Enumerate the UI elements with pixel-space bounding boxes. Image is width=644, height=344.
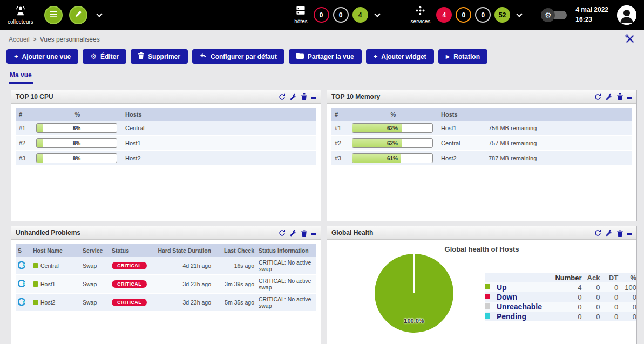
services-warning-counter[interactable]: 0 (456, 7, 471, 23)
host-name[interactable]: Central (40, 262, 59, 269)
hosts-chevron-down-icon[interactable] (374, 11, 380, 17)
hosts-up-counter[interactable]: 4 (352, 7, 368, 23)
wrench-icon[interactable] (290, 93, 297, 100)
share-view-button[interactable]: Partager la vue (289, 49, 362, 64)
centreon-logo-icon (18, 282, 25, 288)
services-unknown-counter[interactable]: 0 (475, 7, 491, 23)
memory-table: # % Hosts #1 62% Host1 756 MB remaining … (331, 108, 632, 166)
list-icon (49, 11, 57, 19)
legend-row: Pending 0 0 0 0 (485, 312, 636, 321)
breadcrumb-separator: > (33, 36, 37, 43)
views-tab-bar: Ma vue (0, 69, 644, 84)
status-badge: CRITICAL (112, 299, 147, 306)
widget-title: TOP 10 CPU (16, 93, 53, 100)
table-row: #2 8% Host1 (16, 136, 316, 151)
host-name[interactable]: Host1 (40, 281, 55, 287)
widget-title: Global Health (331, 229, 373, 237)
chart-title: Global health of Hosts (331, 245, 632, 253)
widget-top10-memory: TOP 10 Memory # % Hosts #1 62% (327, 90, 637, 221)
undo-arrow-icon (200, 53, 207, 60)
minimize-icon[interactable] (311, 95, 316, 99)
hosts-unreachable-counter[interactable]: 0 (333, 7, 349, 23)
minimize-icon[interactable] (311, 231, 316, 235)
delete-view-button[interactable]: Supprimer (131, 49, 188, 64)
host-name[interactable]: Host2 (122, 151, 316, 166)
trash-icon[interactable] (301, 93, 307, 100)
table-row: Central Swap CRITICAL 4d 21h ago 16s ago… (16, 257, 316, 275)
table-row: #1 62% Host1 756 MB remaining (331, 121, 632, 136)
cpu-progress-bar: 8% (36, 138, 117, 148)
widget-body: Global health of Hosts 100.0% Number Ack… (327, 240, 636, 344)
hosts-menu[interactable]: hôtes (294, 5, 307, 24)
host-name[interactable]: Host2 (40, 299, 55, 306)
legend-row: Up 4 0 0 100 (485, 282, 636, 292)
table-row: #1 8% Central (16, 121, 316, 136)
tab-ma-vue[interactable]: Ma vue (9, 69, 33, 84)
refresh-icon[interactable] (279, 230, 286, 237)
memory-progress-bar: 62% (352, 123, 433, 133)
legend-swatch (485, 303, 490, 309)
services-status-group: services 4 0 0 52 (411, 5, 524, 24)
hosts-icon (295, 5, 307, 17)
minimize-icon[interactable] (627, 231, 632, 235)
host-up-square (33, 300, 38, 305)
service-name[interactable]: Swap (80, 275, 110, 293)
breadcrumb: Accueil > Vues personnalisées (0, 30, 644, 46)
legend-row: Down 0 0 0 0 (485, 292, 636, 302)
pollers-chevron-down-icon[interactable] (96, 11, 102, 17)
legend-header: Ack (582, 273, 600, 282)
status-badge: CRITICAL (112, 262, 147, 269)
trash-icon[interactable] (617, 230, 623, 237)
wrench-icon[interactable] (606, 93, 613, 100)
breadcrumb-current: Vues personnalisées (40, 36, 100, 43)
set-default-button[interactable]: Configurer par défaut (192, 49, 284, 64)
breadcrumb-home-link[interactable]: Accueil (9, 36, 30, 43)
table-row: #3 61% Host2 787 MB remaining (331, 151, 632, 166)
host-name[interactable]: Host1 (122, 136, 316, 151)
column-header: % (349, 108, 438, 121)
trash-icon (138, 52, 144, 61)
host-name[interactable]: Central (122, 121, 316, 136)
hosts-label: hôtes (294, 18, 307, 24)
user-avatar[interactable] (617, 5, 636, 25)
column-header: S (16, 244, 31, 257)
pie-legend: Number Ack DT % Up 4 0 0 100 (485, 273, 636, 321)
refresh-icon[interactable] (594, 230, 601, 237)
poller-config-button[interactable] (69, 6, 87, 24)
poller-list-button[interactable] (44, 6, 63, 24)
host-name[interactable]: Host1 (438, 121, 485, 136)
services-chevron-down-icon[interactable] (517, 11, 523, 17)
services-ok-counter[interactable]: 52 (494, 7, 510, 23)
trash-icon[interactable] (301, 230, 307, 237)
trash-icon[interactable] (617, 93, 623, 100)
status-groups: hôtes 0 0 4 services 4 0 0 52 (294, 5, 524, 24)
widget-body: # % Hosts #1 8% Central #2 8% Host1 (11, 104, 321, 221)
plus-icon: + (14, 53, 18, 60)
wrench-icon[interactable] (606, 230, 613, 237)
add-view-button[interactable]: + Ajouter une vue (6, 49, 78, 64)
edit-view-button[interactable]: ⚙ Éditer (83, 49, 126, 64)
services-menu[interactable]: services (411, 5, 431, 24)
widget-header: Global Health (327, 226, 636, 240)
refresh-icon[interactable] (279, 93, 286, 100)
pollers-menu[interactable]: collecteurs (8, 5, 33, 25)
hosts-down-counter[interactable]: 0 (314, 7, 329, 23)
services-icon (415, 5, 426, 17)
services-critical-counter[interactable]: 4 (436, 7, 452, 23)
add-widget-button[interactable]: + Ajouter widget (366, 49, 434, 64)
host-name[interactable]: Central (438, 136, 485, 151)
host-name[interactable]: Host2 (438, 151, 485, 166)
table-row: #3 8% Host2 (16, 151, 316, 166)
minimize-icon[interactable] (627, 95, 632, 99)
wrench-icon[interactable] (290, 230, 297, 237)
tools-icon[interactable] (625, 33, 635, 46)
widget-top10-cpu: TOP 10 CPU # % Hosts #1 8% Ce (11, 90, 321, 221)
refresh-icon[interactable] (594, 93, 601, 100)
rotation-button[interactable]: ▶ Rotation (438, 49, 487, 64)
service-name[interactable]: Swap (80, 293, 110, 312)
cpu-progress-bar: 8% (36, 123, 117, 133)
theme-toggle[interactable]: ⚙ (543, 11, 567, 19)
widget-header: Unhandled Problems (11, 226, 321, 240)
service-name[interactable]: Swap (80, 257, 110, 275)
memory-progress-bar: 61% (352, 153, 433, 163)
